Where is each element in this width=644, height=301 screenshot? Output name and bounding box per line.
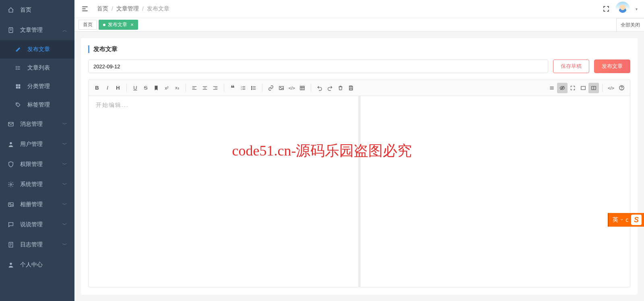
underline-button[interactable]: U	[130, 83, 140, 93]
avatar-dropdown-caret[interactable]: ▾	[636, 7, 638, 11]
image-icon	[7, 201, 14, 208]
html-button[interactable]: </>	[606, 83, 616, 93]
log-icon	[7, 242, 14, 248]
sidebar-item-album-mgmt[interactable]: 相册管理 ﹀	[0, 195, 74, 215]
svg-point-6	[16, 66, 17, 67]
page-title: 发布文章	[88, 45, 630, 53]
nav-button[interactable]	[547, 83, 557, 93]
align-center-button[interactable]	[200, 83, 210, 93]
close-all-tabs-button[interactable]: 全部关闭	[616, 18, 644, 31]
fullscreen-button[interactable]	[568, 83, 578, 93]
editor-input-pane[interactable]: 开始编辑...	[89, 96, 361, 287]
sidebar-item-label: 文章管理	[20, 27, 62, 34]
svg-rect-55	[350, 88, 352, 90]
ime-indicator[interactable]: 英 ᵕ ⅽ S	[608, 213, 644, 227]
topbar-right: ▾	[603, 2, 638, 16]
subscript-button[interactable]: x₂	[172, 83, 182, 93]
sidebar-item-profile[interactable]: 个人中心	[0, 255, 74, 275]
fullscreen-icon[interactable]	[603, 5, 610, 12]
tab-publish-article[interactable]: 发布文章 ✕	[99, 20, 138, 30]
breadcrumb-item[interactable]: 文章管理	[116, 5, 139, 12]
chevron-down-icon: ﹀	[62, 161, 67, 168]
svg-point-49	[280, 87, 281, 88]
main: 首页 / 文章管理 / 发布文章 ▾ 首页 发布文章 ✕	[74, 0, 644, 301]
tab-label: 首页	[83, 21, 93, 28]
publish-button[interactable]: 发布文章	[594, 59, 630, 73]
heading-button[interactable]: H	[113, 83, 123, 93]
bold-button[interactable]: B	[92, 83, 102, 93]
close-icon[interactable]: ✕	[130, 23, 134, 27]
sidebar-toggle[interactable]	[81, 5, 89, 13]
svg-point-16	[10, 184, 12, 185]
sidebar-item-label: 文章列表	[27, 64, 67, 72]
sidebar-item-talk-mgmt[interactable]: 说说管理 ﹀	[0, 215, 74, 235]
sidebar-item-label: 权限管理	[20, 161, 62, 168]
align-left-button[interactable]	[189, 83, 200, 93]
tabs-row: 首页 发布文章 ✕ 全部关闭	[74, 18, 644, 32]
redo-button[interactable]	[325, 83, 335, 93]
svg-text:3: 3	[241, 88, 242, 90]
sidebar-item-label: 发布文章	[27, 46, 67, 53]
sidebar-item-publish-article[interactable]: 发布文章	[0, 40, 74, 59]
svg-point-46	[251, 88, 252, 88]
chat-icon	[7, 221, 14, 228]
strikethrough-button[interactable]: S	[140, 83, 151, 93]
avatar[interactable]	[615, 2, 630, 16]
table-button[interactable]	[297, 83, 308, 93]
preview-button[interactable]	[557, 83, 568, 93]
svg-rect-11	[16, 87, 18, 89]
mark-button[interactable]	[151, 83, 161, 93]
italic-button[interactable]: I	[102, 83, 113, 93]
sidebar-item-category-mgmt[interactable]: 分类管理	[0, 77, 74, 96]
sidebar-item-tag-mgmt[interactable]: 标签管理	[0, 96, 74, 114]
ordered-list-button[interactable]: 123	[238, 83, 248, 93]
sidebar-item-article-mgmt[interactable]: 文章管理 ︿	[0, 20, 74, 40]
svg-point-18	[10, 203, 11, 205]
split-button[interactable]	[588, 83, 599, 93]
save-button[interactable]	[346, 83, 356, 93]
sidebar-item-log-mgmt[interactable]: 日志管理 ﹀	[0, 235, 74, 255]
sidebar-item-permission-mgmt[interactable]: 权限管理 ﹀	[0, 154, 74, 174]
sidebar-item-system-mgmt[interactable]: 系统管理 ﹀	[0, 174, 74, 195]
chevron-down-icon: ﹀	[62, 221, 67, 228]
sogou-logo-icon: S	[631, 215, 642, 225]
tab-label: 发布文章	[108, 21, 127, 28]
sidebar-item-home[interactable]: 首页	[0, 0, 74, 20]
editor-placeholder: 开始编辑...	[96, 102, 351, 109]
trash-button[interactable]	[335, 83, 346, 93]
mail-icon	[7, 121, 14, 127]
editor-preview-pane	[361, 96, 630, 287]
sidebar: 首页 文章管理 ︿ 发布文章 文章列表 分类管理 标签管理	[0, 0, 74, 301]
code-button[interactable]: </>	[287, 83, 297, 93]
save-draft-button[interactable]: 保存草稿	[553, 59, 589, 73]
active-dot-icon	[103, 24, 105, 26]
gear-icon	[7, 181, 14, 188]
quote-button[interactable]: ❝	[227, 83, 238, 93]
breadcrumb-item[interactable]: 首页	[97, 5, 108, 12]
sidebar-item-message-mgmt[interactable]: 消息管理 ﹀	[0, 114, 74, 134]
svg-point-65	[621, 89, 622, 89]
tag-icon	[14, 102, 22, 108]
content: 发布文章 保存草稿 发布文章 B I H	[74, 32, 644, 301]
chevron-down-icon: ﹀	[62, 121, 67, 128]
superscript-button[interactable]: x²	[161, 83, 172, 93]
image-button[interactable]	[276, 83, 287, 93]
read-button[interactable]	[578, 83, 588, 93]
help-button[interactable]	[616, 83, 627, 93]
svg-rect-50	[300, 86, 305, 90]
unordered-list-button[interactable]	[248, 83, 259, 93]
editor-toolbar: B I H U S x² x₂	[89, 80, 630, 96]
card: 发布文章 保存草稿 发布文章 B I H	[81, 38, 638, 295]
align-right-button[interactable]	[210, 83, 221, 93]
link-button[interactable]	[266, 83, 276, 93]
article-title-input[interactable]	[88, 59, 548, 73]
tab-home[interactable]: 首页	[78, 20, 97, 30]
sidebar-item-article-list[interactable]: 文章列表	[0, 59, 74, 77]
undo-button[interactable]	[314, 83, 325, 93]
svg-rect-12	[19, 87, 21, 89]
sidebar-item-label: 标签管理	[27, 101, 67, 109]
sidebar-submenu-article: 发布文章 文章列表 分类管理 标签管理	[0, 40, 74, 114]
sidebar-item-label: 日志管理	[20, 241, 62, 248]
svg-point-8	[16, 69, 17, 70]
sidebar-item-user-mgmt[interactable]: 用户管理 ﹀	[0, 134, 74, 154]
